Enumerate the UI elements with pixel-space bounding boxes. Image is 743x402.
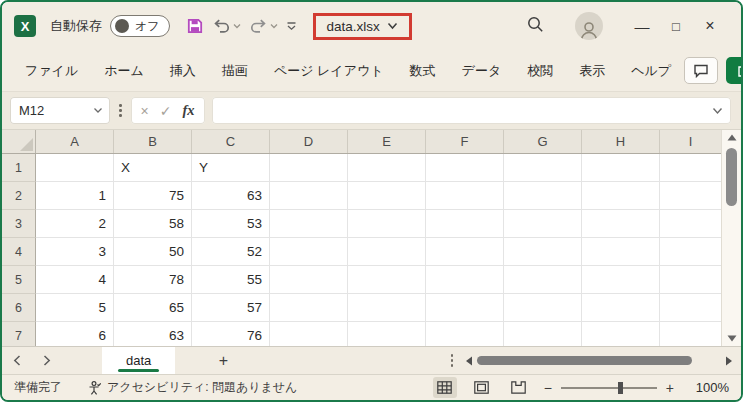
close-button[interactable]: × xyxy=(693,13,727,39)
cell-A1[interactable] xyxy=(36,154,114,182)
customize-qat-button[interactable] xyxy=(284,18,299,34)
cell-D6[interactable] xyxy=(270,294,348,322)
cell-C4[interactable]: 52 xyxy=(192,238,270,266)
column-header-E[interactable]: E xyxy=(348,130,426,153)
cell-C2[interactable]: 63 xyxy=(192,182,270,210)
cell-A4[interactable]: 3 xyxy=(36,238,114,266)
cell-E7[interactable] xyxy=(348,322,426,346)
ribbon-tab-8[interactable]: 校閲 xyxy=(514,54,566,88)
ribbon-tab-5[interactable]: ページ レイアウト xyxy=(261,54,397,88)
ribbon-tab-3[interactable]: 挿入 xyxy=(157,54,209,88)
cell-B5[interactable]: 78 xyxy=(114,266,192,294)
cell-D4[interactable] xyxy=(270,238,348,266)
enter-entry-icon[interactable]: ✓ xyxy=(160,103,172,119)
minimize-button[interactable]: — xyxy=(625,14,659,39)
cell-H3[interactable] xyxy=(582,210,660,238)
cell-E5[interactable] xyxy=(348,266,426,294)
column-header-A[interactable]: A xyxy=(36,130,114,153)
zoom-slider[interactable] xyxy=(561,387,657,389)
cell-H7[interactable] xyxy=(582,322,660,346)
row-header-4[interactable]: 4 xyxy=(2,238,36,266)
cell-D2[interactable] xyxy=(270,182,348,210)
autosave-toggle[interactable]: オフ xyxy=(110,15,170,37)
cell-H1[interactable] xyxy=(582,154,660,182)
insert-function-icon[interactable]: fx xyxy=(182,102,194,119)
row-header-5[interactable]: 5 xyxy=(2,266,36,294)
sheet-tab-data[interactable]: data xyxy=(102,347,175,374)
excel-app-icon[interactable]: X xyxy=(14,15,36,37)
tab-scrollbar-splitter[interactable] xyxy=(449,354,456,367)
column-header-F[interactable]: F xyxy=(426,130,504,153)
zoom-slider-thumb[interactable] xyxy=(618,382,623,394)
ribbon-tab-9[interactable]: 表示 xyxy=(566,54,618,88)
share-button[interactable] xyxy=(726,57,743,84)
cell-B4[interactable]: 50 xyxy=(114,238,192,266)
cell-F3[interactable] xyxy=(426,210,504,238)
scroll-left-icon[interactable] xyxy=(465,356,473,366)
ribbon-tab-10[interactable]: ヘルプ xyxy=(618,54,684,88)
next-sheet-button[interactable] xyxy=(32,347,62,374)
column-header-D[interactable]: D xyxy=(270,130,348,153)
column-header-H[interactable]: H xyxy=(582,130,660,153)
maximize-button[interactable]: □ xyxy=(659,15,693,38)
cell-D3[interactable] xyxy=(270,210,348,238)
cell-G7[interactable] xyxy=(504,322,582,346)
cell-A3[interactable]: 2 xyxy=(36,210,114,238)
row-header-6[interactable]: 6 xyxy=(2,294,36,322)
filename-dropdown-icon[interactable] xyxy=(387,22,398,30)
formula-input[interactable] xyxy=(212,97,731,124)
expand-formula-bar-icon[interactable] xyxy=(712,107,723,115)
cell-H5[interactable] xyxy=(582,266,660,294)
row-header-2[interactable]: 2 xyxy=(2,182,36,210)
comments-button[interactable] xyxy=(684,57,718,84)
redo-button[interactable] xyxy=(247,15,280,38)
cell-E1[interactable] xyxy=(348,154,426,182)
cell-C5[interactable]: 55 xyxy=(192,266,270,294)
cell-C6[interactable]: 57 xyxy=(192,294,270,322)
cell-F2[interactable] xyxy=(426,182,504,210)
cell-I6[interactable] xyxy=(660,294,721,322)
vertical-scrollbar-thumb[interactable] xyxy=(726,148,737,206)
formula-bar-splitter[interactable] xyxy=(117,104,124,117)
cell-G2[interactable] xyxy=(504,182,582,210)
column-header-I[interactable]: I xyxy=(660,130,721,153)
cell-G6[interactable] xyxy=(504,294,582,322)
column-header-G[interactable]: G xyxy=(504,130,582,153)
undo-button[interactable] xyxy=(210,15,243,38)
cell-G5[interactable] xyxy=(504,266,582,294)
cell-D7[interactable] xyxy=(270,322,348,346)
cell-B6[interactable]: 65 xyxy=(114,294,192,322)
row-header-7[interactable]: 7 xyxy=(2,322,36,346)
cell-I1[interactable] xyxy=(660,154,721,182)
cell-F4[interactable] xyxy=(426,238,504,266)
cell-I2[interactable] xyxy=(660,182,721,210)
cell-E4[interactable] xyxy=(348,238,426,266)
horizontal-scrollbar-thumb[interactable] xyxy=(477,356,692,365)
cell-G3[interactable] xyxy=(504,210,582,238)
cell-B7[interactable]: 63 xyxy=(114,322,192,346)
previous-sheet-button[interactable] xyxy=(2,347,32,374)
cell-C7[interactable]: 76 xyxy=(192,322,270,346)
ribbon-tab-1[interactable]: ファイル xyxy=(12,54,91,88)
cell-B1[interactable]: X xyxy=(114,154,192,182)
account-avatar[interactable] xyxy=(575,12,603,40)
cell-C3[interactable]: 53 xyxy=(192,210,270,238)
cell-B2[interactable]: 75 xyxy=(114,182,192,210)
ribbon-tab-2[interactable]: ホーム xyxy=(91,54,157,88)
cell-F1[interactable] xyxy=(426,154,504,182)
select-all-button[interactable] xyxy=(2,130,36,153)
cell-A2[interactable]: 1 xyxy=(36,182,114,210)
horizontal-scrollbar[interactable] xyxy=(465,356,733,366)
cell-E2[interactable] xyxy=(348,182,426,210)
cell-I3[interactable] xyxy=(660,210,721,238)
cell-H2[interactable] xyxy=(582,182,660,210)
name-box-dropdown-icon[interactable] xyxy=(93,107,103,114)
name-box[interactable]: M12 xyxy=(10,97,110,124)
cell-F6[interactable] xyxy=(426,294,504,322)
column-header-C[interactable]: C xyxy=(192,130,270,153)
cell-A6[interactable]: 5 xyxy=(36,294,114,322)
zoom-level[interactable]: 100% xyxy=(687,380,729,395)
scroll-up-icon[interactable] xyxy=(727,134,737,141)
cell-I7[interactable] xyxy=(660,322,721,346)
column-header-B[interactable]: B xyxy=(114,130,192,153)
